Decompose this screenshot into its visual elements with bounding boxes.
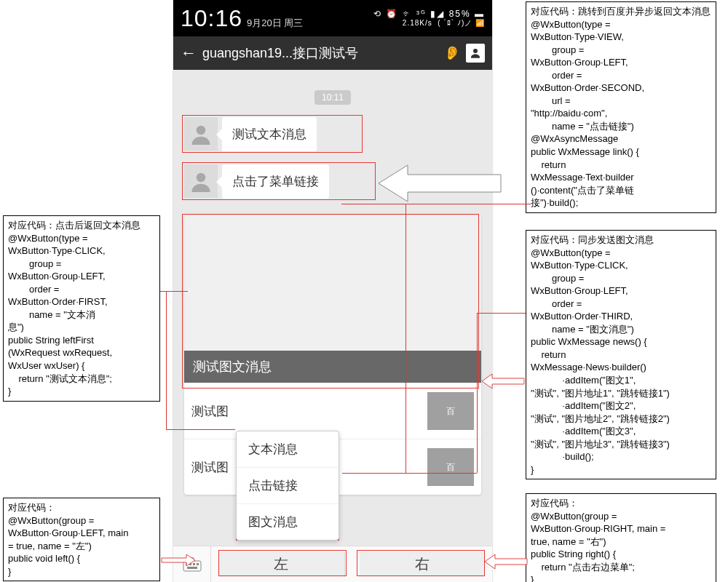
connector-line — [477, 313, 478, 473]
card-hero-title: 测试图文消息 — [184, 351, 481, 383]
title-bar: ← guangshan19...接口测试号 👂 — [173, 36, 492, 70]
phone-frame: 10:16 9月20日 周三 ⟲ ⏰ ᯤ ³ᴳ ▮◢ 85% ▬ 2.18K/s… — [173, 0, 492, 582]
status-icons: ⟲ ⏰ ᯤ ³ᴳ ▮◢ 85% ▬ 2.18K/s ( ´ﾛ` ﾉ)ノ 📶 — [373, 9, 485, 27]
profile-icon[interactable] — [466, 44, 485, 63]
message-row: 点击了菜单链接 — [184, 164, 329, 199]
status-bar: 10:16 9月20日 周三 ⟲ ⏰ ᯤ ³ᴳ ▮◢ 85% ▬ 2.18K/s… — [173, 0, 492, 36]
net-up: 2.18K/s — [403, 19, 432, 27]
avatar-icon[interactable] — [184, 117, 218, 151]
avatar-icon[interactable] — [184, 164, 218, 198]
svg-point-1 — [197, 126, 206, 135]
menu-button-left[interactable]: 左 — [218, 551, 345, 577]
back-icon[interactable]: ← — [181, 44, 197, 63]
popup-menu: 文本消息 点击链接 图文消息 — [236, 431, 339, 541]
code-box-left-main: 对应代码： @WxButton(group = WxButton·Group·L… — [3, 498, 160, 581]
connector-line — [166, 429, 235, 430]
connector-line — [341, 204, 531, 204]
connector-line — [160, 291, 188, 292]
arrow-icon — [482, 372, 526, 390]
svg-point-2 — [197, 173, 206, 183]
message-bubble[interactable]: 点击了菜单链接 — [222, 164, 329, 199]
card-row-thumb: 百 — [427, 448, 474, 486]
code-box-news: 对应代码：同步发送图文消息 @WxButton(type = WxButton·… — [526, 230, 716, 479]
card-row-text: 测试图 — [191, 403, 427, 420]
connector-line — [405, 204, 406, 473]
earpiece-icon[interactable]: 👂 — [444, 45, 460, 61]
card-row-thumb: 百 — [427, 392, 474, 430]
chat-title: guangshan19...接口测试号 — [202, 44, 438, 62]
menu-button-right[interactable]: 右 — [360, 551, 486, 577]
card-hero[interactable]: Bai百度 测试图文消息 — [184, 215, 481, 383]
status-time: 10:16 — [181, 5, 242, 32]
connector-line — [166, 291, 167, 429]
time-chip: 10:11 — [314, 90, 351, 105]
chat-area: 10:11 测试文本消息 点击了菜单链接 Bai百度 测试图文消息 测试图 百 — [173, 70, 492, 543]
popup-item-text[interactable]: 文本消息 — [237, 431, 339, 468]
status-face: ( ´ﾛ` ﾉ)ノ — [438, 19, 472, 27]
connector-line — [342, 473, 477, 474]
connector-line — [477, 313, 526, 314]
code-box-link: 对应代码：跳转到百度并异步返回文本消息 @WxButton(type = WxB… — [526, 1, 716, 213]
bottom-bar: 左 右 — [173, 546, 492, 582]
popup-item-link[interactable]: 点击链接 — [237, 468, 339, 504]
arrow-icon — [485, 553, 529, 570]
arrow-icon — [379, 164, 502, 203]
svg-point-0 — [473, 49, 478, 53]
code-box-right-main: 对应代码： @WxButton(group = WxButton·Group·R… — [526, 493, 716, 582]
popup-item-news[interactable]: 图文消息 — [237, 504, 339, 540]
message-bubble[interactable]: 测试文本消息 — [222, 117, 317, 151]
battery-percent: 85% — [449, 9, 471, 19]
status-date: 9月20日 周三 — [247, 17, 303, 30]
arrow-icon — [160, 553, 197, 567]
code-box-left-first: 对应代码：点击后返回文本消息 @WxButton(type = WxButton… — [3, 215, 160, 402]
message-row: 测试文本消息 — [184, 117, 317, 151]
